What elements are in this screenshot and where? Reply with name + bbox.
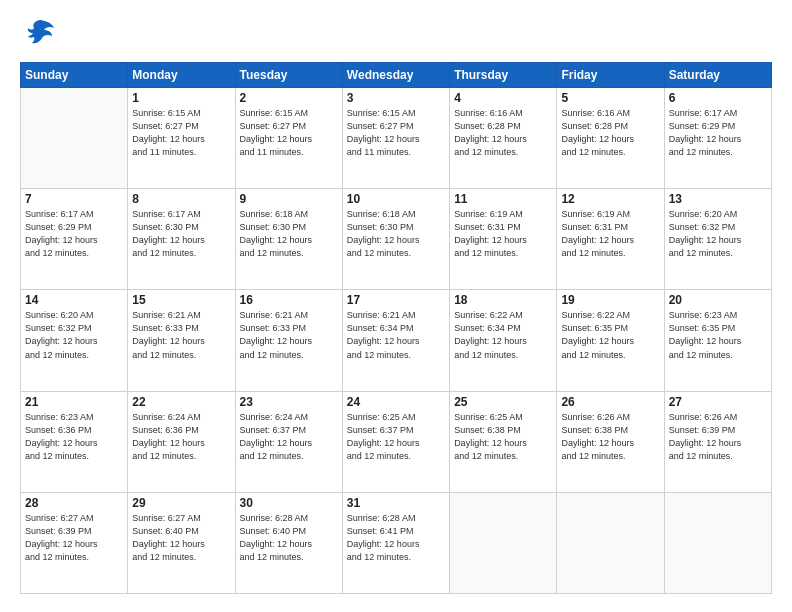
calendar-cell xyxy=(557,492,664,593)
calendar-week-row: 21Sunrise: 6:23 AM Sunset: 6:36 PM Dayli… xyxy=(21,391,772,492)
cell-info: Sunrise: 6:26 AM Sunset: 6:39 PM Dayligh… xyxy=(669,411,767,463)
page: SundayMondayTuesdayWednesdayThursdayFrid… xyxy=(0,0,792,612)
calendar-week-row: 14Sunrise: 6:20 AM Sunset: 6:32 PM Dayli… xyxy=(21,290,772,391)
calendar-cell: 12Sunrise: 6:19 AM Sunset: 6:31 PM Dayli… xyxy=(557,189,664,290)
day-number: 16 xyxy=(240,293,338,307)
cell-info: Sunrise: 6:22 AM Sunset: 6:35 PM Dayligh… xyxy=(561,309,659,361)
calendar-cell: 21Sunrise: 6:23 AM Sunset: 6:36 PM Dayli… xyxy=(21,391,128,492)
day-number: 12 xyxy=(561,192,659,206)
calendar-cell: 10Sunrise: 6:18 AM Sunset: 6:30 PM Dayli… xyxy=(342,189,449,290)
day-number: 2 xyxy=(240,91,338,105)
calendar-cell: 29Sunrise: 6:27 AM Sunset: 6:40 PM Dayli… xyxy=(128,492,235,593)
day-number: 18 xyxy=(454,293,552,307)
calendar-cell: 15Sunrise: 6:21 AM Sunset: 6:33 PM Dayli… xyxy=(128,290,235,391)
calendar-day-header: Tuesday xyxy=(235,63,342,88)
calendar-cell: 31Sunrise: 6:28 AM Sunset: 6:41 PM Dayli… xyxy=(342,492,449,593)
calendar-week-row: 1Sunrise: 6:15 AM Sunset: 6:27 PM Daylig… xyxy=(21,88,772,189)
cell-info: Sunrise: 6:28 AM Sunset: 6:41 PM Dayligh… xyxy=(347,512,445,564)
calendar-cell: 16Sunrise: 6:21 AM Sunset: 6:33 PM Dayli… xyxy=(235,290,342,391)
cell-info: Sunrise: 6:24 AM Sunset: 6:36 PM Dayligh… xyxy=(132,411,230,463)
cell-info: Sunrise: 6:19 AM Sunset: 6:31 PM Dayligh… xyxy=(561,208,659,260)
cell-info: Sunrise: 6:17 AM Sunset: 6:29 PM Dayligh… xyxy=(669,107,767,159)
day-number: 31 xyxy=(347,496,445,510)
cell-info: Sunrise: 6:27 AM Sunset: 6:40 PM Dayligh… xyxy=(132,512,230,564)
cell-info: Sunrise: 6:16 AM Sunset: 6:28 PM Dayligh… xyxy=(454,107,552,159)
calendar-cell: 2Sunrise: 6:15 AM Sunset: 6:27 PM Daylig… xyxy=(235,88,342,189)
calendar-cell: 3Sunrise: 6:15 AM Sunset: 6:27 PM Daylig… xyxy=(342,88,449,189)
day-number: 4 xyxy=(454,91,552,105)
cell-info: Sunrise: 6:17 AM Sunset: 6:30 PM Dayligh… xyxy=(132,208,230,260)
calendar-cell: 5Sunrise: 6:16 AM Sunset: 6:28 PM Daylig… xyxy=(557,88,664,189)
calendar-cell: 1Sunrise: 6:15 AM Sunset: 6:27 PM Daylig… xyxy=(128,88,235,189)
day-number: 14 xyxy=(25,293,123,307)
day-number: 19 xyxy=(561,293,659,307)
calendar-cell: 6Sunrise: 6:17 AM Sunset: 6:29 PM Daylig… xyxy=(664,88,771,189)
cell-info: Sunrise: 6:23 AM Sunset: 6:36 PM Dayligh… xyxy=(25,411,123,463)
day-number: 23 xyxy=(240,395,338,409)
day-number: 6 xyxy=(669,91,767,105)
cell-info: Sunrise: 6:27 AM Sunset: 6:39 PM Dayligh… xyxy=(25,512,123,564)
day-number: 27 xyxy=(669,395,767,409)
calendar-cell: 28Sunrise: 6:27 AM Sunset: 6:39 PM Dayli… xyxy=(21,492,128,593)
calendar-cell: 25Sunrise: 6:25 AM Sunset: 6:38 PM Dayli… xyxy=(450,391,557,492)
day-number: 28 xyxy=(25,496,123,510)
day-number: 1 xyxy=(132,91,230,105)
calendar-week-row: 7Sunrise: 6:17 AM Sunset: 6:29 PM Daylig… xyxy=(21,189,772,290)
calendar-cell: 13Sunrise: 6:20 AM Sunset: 6:32 PM Dayli… xyxy=(664,189,771,290)
cell-info: Sunrise: 6:15 AM Sunset: 6:27 PM Dayligh… xyxy=(240,107,338,159)
calendar-cell: 7Sunrise: 6:17 AM Sunset: 6:29 PM Daylig… xyxy=(21,189,128,290)
calendar-day-header: Friday xyxy=(557,63,664,88)
calendar-cell: 9Sunrise: 6:18 AM Sunset: 6:30 PM Daylig… xyxy=(235,189,342,290)
cell-info: Sunrise: 6:21 AM Sunset: 6:34 PM Dayligh… xyxy=(347,309,445,361)
calendar-week-row: 28Sunrise: 6:27 AM Sunset: 6:39 PM Dayli… xyxy=(21,492,772,593)
cell-info: Sunrise: 6:21 AM Sunset: 6:33 PM Dayligh… xyxy=(132,309,230,361)
calendar-cell xyxy=(664,492,771,593)
calendar-day-header: Monday xyxy=(128,63,235,88)
day-number: 8 xyxy=(132,192,230,206)
calendar-day-header: Wednesday xyxy=(342,63,449,88)
calendar-cell: 11Sunrise: 6:19 AM Sunset: 6:31 PM Dayli… xyxy=(450,189,557,290)
calendar-cell: 8Sunrise: 6:17 AM Sunset: 6:30 PM Daylig… xyxy=(128,189,235,290)
cell-info: Sunrise: 6:26 AM Sunset: 6:38 PM Dayligh… xyxy=(561,411,659,463)
day-number: 9 xyxy=(240,192,338,206)
cell-info: Sunrise: 6:28 AM Sunset: 6:40 PM Dayligh… xyxy=(240,512,338,564)
cell-info: Sunrise: 6:18 AM Sunset: 6:30 PM Dayligh… xyxy=(347,208,445,260)
calendar-day-header: Thursday xyxy=(450,63,557,88)
cell-info: Sunrise: 6:20 AM Sunset: 6:32 PM Dayligh… xyxy=(669,208,767,260)
day-number: 25 xyxy=(454,395,552,409)
logo-bird-icon xyxy=(24,18,56,52)
logo-block xyxy=(20,18,56,52)
calendar-header-row: SundayMondayTuesdayWednesdayThursdayFrid… xyxy=(21,63,772,88)
cell-info: Sunrise: 6:20 AM Sunset: 6:32 PM Dayligh… xyxy=(25,309,123,361)
cell-info: Sunrise: 6:16 AM Sunset: 6:28 PM Dayligh… xyxy=(561,107,659,159)
calendar-cell xyxy=(450,492,557,593)
cell-info: Sunrise: 6:23 AM Sunset: 6:35 PM Dayligh… xyxy=(669,309,767,361)
day-number: 11 xyxy=(454,192,552,206)
day-number: 21 xyxy=(25,395,123,409)
calendar-cell: 14Sunrise: 6:20 AM Sunset: 6:32 PM Dayli… xyxy=(21,290,128,391)
day-number: 26 xyxy=(561,395,659,409)
calendar-cell: 19Sunrise: 6:22 AM Sunset: 6:35 PM Dayli… xyxy=(557,290,664,391)
calendar-cell xyxy=(21,88,128,189)
cell-info: Sunrise: 6:24 AM Sunset: 6:37 PM Dayligh… xyxy=(240,411,338,463)
day-number: 7 xyxy=(25,192,123,206)
cell-info: Sunrise: 6:21 AM Sunset: 6:33 PM Dayligh… xyxy=(240,309,338,361)
calendar-cell: 22Sunrise: 6:24 AM Sunset: 6:36 PM Dayli… xyxy=(128,391,235,492)
calendar-cell: 24Sunrise: 6:25 AM Sunset: 6:37 PM Dayli… xyxy=(342,391,449,492)
day-number: 29 xyxy=(132,496,230,510)
calendar-table: SundayMondayTuesdayWednesdayThursdayFrid… xyxy=(20,62,772,594)
day-number: 3 xyxy=(347,91,445,105)
calendar-cell: 23Sunrise: 6:24 AM Sunset: 6:37 PM Dayli… xyxy=(235,391,342,492)
cell-info: Sunrise: 6:25 AM Sunset: 6:38 PM Dayligh… xyxy=(454,411,552,463)
day-number: 15 xyxy=(132,293,230,307)
calendar-cell: 20Sunrise: 6:23 AM Sunset: 6:35 PM Dayli… xyxy=(664,290,771,391)
calendar-day-header: Saturday xyxy=(664,63,771,88)
day-number: 24 xyxy=(347,395,445,409)
day-number: 22 xyxy=(132,395,230,409)
day-number: 20 xyxy=(669,293,767,307)
cell-info: Sunrise: 6:17 AM Sunset: 6:29 PM Dayligh… xyxy=(25,208,123,260)
day-number: 13 xyxy=(669,192,767,206)
cell-info: Sunrise: 6:18 AM Sunset: 6:30 PM Dayligh… xyxy=(240,208,338,260)
calendar-cell: 18Sunrise: 6:22 AM Sunset: 6:34 PM Dayli… xyxy=(450,290,557,391)
day-number: 5 xyxy=(561,91,659,105)
